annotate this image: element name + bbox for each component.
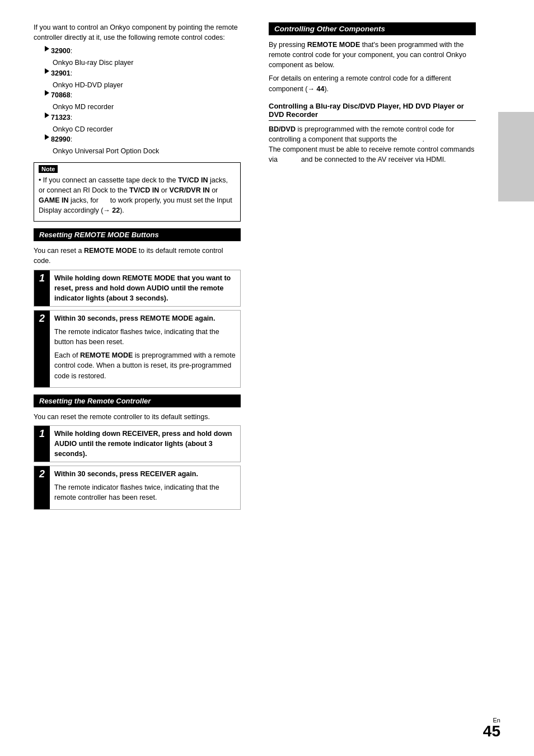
bd-dvd-text: BD/DVD is preprogrammed with the remote …	[269, 124, 476, 165]
section2-step2-block: 2 Within 30 seconds, press RECEIVER agai…	[34, 466, 241, 509]
section2-header: Resetting the Remote Controller	[34, 395, 241, 407]
intro-text: If you want to control an Onkyo componen…	[34, 22, 241, 43]
step1-number: 1	[34, 270, 50, 306]
section2-step1-content: While holding down RECEIVER, press and h…	[50, 426, 240, 462]
section1-intro: You can reset a REMOTE MODE to its defau…	[34, 246, 241, 266]
step2-block: 2 Within 30 seconds, press REMOTE MODE a…	[34, 310, 241, 388]
note-box: Note • If you connect an cassette tape d…	[34, 162, 241, 222]
section2-step2-number: 2	[34, 466, 50, 509]
section2-step1-number: 1	[34, 426, 50, 462]
step2-number: 2	[34, 311, 50, 387]
list-item: 32901: Onkyo HD-DVD player	[45, 68, 241, 91]
page-footer: En 45	[483, 717, 500, 739]
note-label: Note	[39, 165, 58, 173]
page-number: 45	[483, 724, 500, 739]
list-item: 32900: Onkyo Blu-ray Disc player	[45, 46, 241, 68]
step1-content: While holding down REMOTE MODE that you …	[50, 270, 240, 306]
code-list: 32900: Onkyo Blu-ray Disc player 32901: …	[45, 46, 241, 157]
right-intro2: For details on entering a remote control…	[269, 73, 476, 93]
note-text: • If you connect an cassette tape deck t…	[39, 175, 236, 216]
section2-step2-content: Within 30 seconds, press RECEIVER again.…	[50, 466, 240, 509]
right-intro1: By pressing REMOTE MODE that's been prog…	[269, 40, 476, 70]
step1-block: 1 While holding down REMOTE MODE that yo…	[34, 270, 241, 307]
list-item: 71323: Onkyo CD recorder	[45, 112, 241, 135]
right-section-header: Controlling Other Components	[269, 22, 476, 35]
subsection-header: Controlling a Blu-ray Disc/DVD Player, H…	[269, 102, 476, 121]
list-item: 82990: Onkyo Universal Port Option Dock	[45, 134, 241, 157]
sidebar-decoration	[498, 112, 534, 201]
section2-intro: You can reset the remote controller to i…	[34, 412, 241, 422]
section1-header: Resetting REMOTE MODE Buttons	[34, 228, 241, 241]
list-item: 70868: Onkyo MD recorder	[45, 90, 241, 112]
step2-content: Within 30 seconds, press REMOTE MODE aga…	[50, 311, 240, 387]
section2-step1-block: 1 While holding down RECEIVER, press and…	[34, 425, 241, 462]
